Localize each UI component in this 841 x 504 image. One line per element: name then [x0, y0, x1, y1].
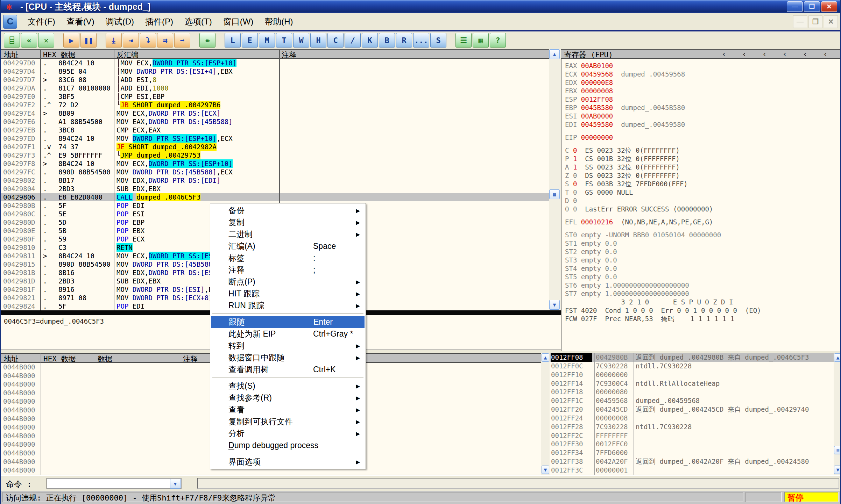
dump-header-data[interactable]: 数据 — [98, 354, 112, 364]
context-menu-item-查看[interactable]: 查看▶ — [211, 404, 365, 416]
cpu-window-icon[interactable]: C — [3, 15, 17, 29]
stack-row[interactable]: 0012FF0C7C930228ntdll.7C930228 — [550, 362, 834, 370]
register-row-ebp[interactable]: EBP 0045B580 dumped_.0045B580 — [561, 103, 841, 112]
register-row-ebx[interactable]: EBX 00000008 — [561, 87, 841, 95]
disasm-row[interactable]: 004297D0.8B4C24 10│MOV ECX,DWORD PTR SS:… — [1, 59, 549, 67]
register-row-edx[interactable]: EDX 000000E8 — [561, 78, 841, 87]
disasm-row[interactable]: 004297D7>83C6 08│ADD ESI,8 — [1, 75, 549, 84]
context-menu-item-分析[interactable]: 分析▶ — [211, 427, 365, 439]
maximize-button[interactable]: ❐ — [804, 1, 820, 12]
scroll-down-icon[interactable]: ▼ — [542, 466, 549, 474]
command-input[interactable]: ▼ — [47, 478, 182, 489]
disasm-row[interactable]: 004297DA.81C7 00100000│ADD EDI,1000 — [1, 84, 549, 92]
view-runtrace-button[interactable]: ... — [413, 33, 429, 48]
scroll-thumb[interactable]: ≡ — [834, 446, 841, 454]
fpu-row-st4[interactable]: ST4 empty 0.0 — [561, 264, 841, 273]
context-menu-item-跟随[interactable]: 跟随Enter — [211, 316, 365, 328]
context-menu-item-查找参考(R)[interactable]: 查找参考(R)▶ — [211, 392, 365, 404]
help-button[interactable]: ? — [490, 33, 506, 48]
mdi-restore-button[interactable]: ❐ — [808, 15, 822, 28]
flag-row-t[interactable]: T 0 GS 0000 NULL — [561, 188, 841, 196]
stack-row[interactable]: 0012FF1C00459568dumped_.00459568 — [550, 396, 834, 405]
disasm-row[interactable]: 004297E6.A1 88B54500MOV EAX,DWORD PTR DS… — [1, 117, 549, 126]
collapse-icon[interactable]: ‹ — [762, 50, 767, 58]
view-callstack-button[interactable]: K — [362, 33, 378, 48]
restart-button[interactable]: « — [21, 33, 37, 48]
disasm-header-hex[interactable]: HEX 数据 — [43, 50, 76, 60]
view-patches-button[interactable]: / — [345, 33, 361, 48]
title-bar[interactable]: ✱ - [CPU - 主线程,模块 - dumped_] — ❐ ✕ — [1, 0, 840, 13]
scroll-up-icon[interactable]: ▲ — [834, 353, 841, 362]
disasm-header-address[interactable]: 地址 — [4, 50, 19, 60]
menubar-item-插件P[interactable]: 插件(P) — [140, 14, 179, 29]
options-button[interactable]: ▦ — [473, 33, 489, 48]
context-menu-item-此处为新-EIP[interactable]: 此处为新 EIPCtrl+Gray * — [211, 328, 365, 340]
column-divider[interactable] — [95, 353, 95, 475]
flag-row-p[interactable]: P 1 CS 001B 32位 0(FFFFFFFF) — [561, 154, 841, 163]
stack-scrollbar[interactable]: ▲ ≡ ▼ — [834, 353, 841, 475]
run-button[interactable]: ▶ — [63, 33, 79, 48]
view-breakpoints-button[interactable]: B — [379, 33, 395, 48]
register-row-esp[interactable]: ESP 0012FF08 — [561, 95, 841, 103]
flag-row-c[interactable]: C 0 ES 0023 32位 0(FFFFFFFF) — [561, 146, 841, 154]
mdi-minimize-button[interactable]: — — [793, 15, 807, 28]
fpu-row-st0[interactable]: ST0 empty -UNORM BBB0 01050104 00000000 — [561, 231, 841, 239]
register-row-ecx[interactable]: ECX 00459568 dumped_.00459568 — [561, 70, 841, 78]
column-divider[interactable] — [40, 49, 41, 310]
fpu-row-st3[interactable]: ST3 empty 0.0 — [561, 256, 841, 264]
stack-pane[interactable]: 0012FF080042980B返回到 dumped_.0042980B 来自 … — [550, 353, 834, 475]
go-to-button[interactable]: ⇻ — [199, 33, 215, 48]
stack-row[interactable]: 0012FF1800000080 — [550, 388, 834, 396]
menubar-item-查看V[interactable]: 查看(V) — [61, 14, 100, 29]
view-windows-button[interactable]: W — [293, 33, 309, 48]
dump-header-hex[interactable]: HEX 数据 — [43, 354, 76, 364]
close-button[interactable]: ✕ — [821, 1, 837, 12]
fpu-row-st1[interactable]: ST1 empty 0.0 — [561, 239, 841, 247]
view-source-button[interactable]: S — [430, 33, 446, 48]
column-divider[interactable] — [114, 49, 114, 310]
context-menu-item-汇编(A)[interactable]: 汇编(A)Space — [211, 240, 365, 252]
disasm-row[interactable]: 004297E4>8B09MOV ECX,DWORD PTR DS:[ECX] — [1, 109, 549, 117]
scroll-up-icon[interactable]: ▲ — [542, 353, 549, 362]
dump-header-comment[interactable]: 注释 — [183, 354, 198, 364]
scroll-down-icon[interactable]: ▼ — [549, 300, 560, 310]
register-row-esi[interactable]: ESI 00AB0000 — [561, 112, 841, 120]
context-menu-item-查看调用树[interactable]: 查看调用树Ctrl+K — [211, 363, 365, 375]
collapse-icon[interactable]: ‹ — [722, 50, 726, 58]
context-menu-item-备份[interactable]: 备份▶ — [211, 204, 365, 216]
disasm-row[interactable]: 004297F8>8B4C24 10MOV ECX,DWORD PTR SS:[… — [1, 159, 549, 168]
disasm-header-comment[interactable]: 注释 — [282, 50, 296, 60]
flag-row-s[interactable]: S 0 FS 003B 32位 7FFDF000(FFF) — [561, 180, 841, 188]
view-memory-button[interactable]: M — [259, 33, 275, 48]
context-menu-item-复制[interactable]: 复制▶ — [211, 216, 365, 228]
animate-into-button[interactable]: ⤵ — [140, 33, 156, 48]
scroll-up-icon[interactable]: ▲ — [549, 49, 560, 59]
fpu-row-st2[interactable]: ST2 empty 0.0 — [561, 247, 841, 256]
column-divider[interactable] — [594, 353, 595, 475]
stack-row[interactable]: 0012FF347FFD6000 — [550, 448, 834, 457]
menubar-item-帮助H[interactable]: 帮助(H) — [259, 14, 298, 29]
register-row-efl[interactable]: EFL 00010216 (NO,NB,NE,A,NS,PE,GE,G) — [561, 218, 841, 226]
step-over-button[interactable]: ⇥ — [123, 33, 139, 48]
context-menu-item-转到[interactable]: 转到▶ — [211, 340, 365, 352]
stack-row[interactable]: 0012FF287C930228ntdll.7C930228 — [550, 423, 834, 431]
collapse-icon[interactable]: ‹ — [803, 50, 807, 58]
disasm-row[interactable]: 00429802.8B17MOV EDX,DWORD PTR DS:[EDI] — [1, 176, 549, 185]
disasm-row[interactable]: 004297EB.3BC8CMP ECX,EAX — [1, 126, 549, 134]
context-menu-item-界面选项[interactable]: 界面选项▶ — [211, 456, 365, 468]
collapse-icon[interactable]: ‹ — [823, 50, 828, 58]
view-executables-button[interactable]: E — [242, 33, 258, 48]
collapse-icon[interactable]: ‹ — [783, 50, 787, 58]
flag-row-z[interactable]: Z 0 DS 0023 32位 0(FFFFFFFF) — [561, 171, 841, 180]
view-log-button[interactable]: L — [225, 33, 241, 48]
disasm-row[interactable]: 00429804.2BD3SUB EDX,EBX — [1, 185, 549, 193]
register-row-eip[interactable]: EIP 00000000 — [561, 133, 841, 142]
disasm-row[interactable]: 004297E2.^72 D2└JB SHORT dumped_.004297B… — [1, 101, 549, 109]
registers-header[interactable]: 寄存器 (FPU) ‹ ‹ ‹ ‹ ‹ ‹ — [561, 49, 841, 59]
fpu-bits-row[interactable]: 3 2 1 0 E S P U O Z D I — [561, 298, 841, 306]
context-menu-item-HIT-跟踪[interactable]: HIT 跟踪▶ — [211, 288, 365, 300]
disasm-row-selected[interactable]: 00429806.E8 E82D0400CALL dumped_.0046C5F… — [1, 193, 549, 201]
stack-row[interactable]: 0012FF147C9300C4ntdll.RtlAllocateHeap — [550, 379, 834, 388]
step-into-button[interactable]: ⤓ — [106, 33, 122, 48]
context-menu-item-断点(P)[interactable]: 断点(P)▶ — [211, 276, 365, 288]
